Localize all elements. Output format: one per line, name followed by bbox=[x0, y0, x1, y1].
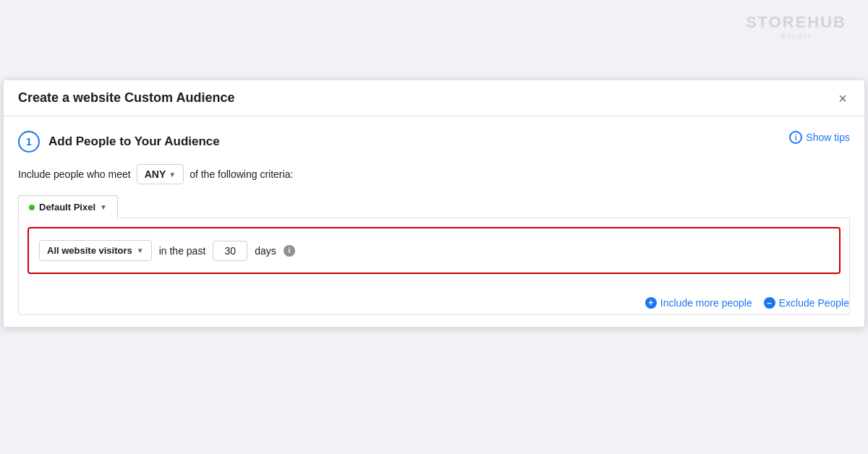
any-label: ANY bbox=[145, 168, 166, 180]
section-title: Add People to Your Audience bbox=[48, 134, 220, 149]
exclude-people-button[interactable]: – Exclude People bbox=[764, 297, 849, 309]
criteria-suffix: of the following criteria: bbox=[190, 168, 293, 180]
pixel-tab-row: Default Pixel ▼ bbox=[18, 194, 850, 218]
pixel-tab[interactable]: Default Pixel ▼ bbox=[18, 195, 118, 218]
days-label: days bbox=[255, 245, 276, 257]
exclude-people-label: Exclude People bbox=[779, 297, 849, 309]
rule-outer: All website visitors ▼ in the past days … bbox=[19, 218, 849, 291]
rule-container: All website visitors ▼ in the past days … bbox=[27, 227, 841, 274]
modal-body: 1 Add People to Your Audience i Show tip… bbox=[4, 116, 864, 327]
visitors-label: All website visitors bbox=[47, 245, 132, 256]
include-more-label: Include more people bbox=[660, 297, 752, 309]
section-title-row: 1 Add People to Your Audience bbox=[18, 131, 220, 153]
criteria-row: Include people who meet ANY ▼ of the fol… bbox=[18, 164, 850, 184]
modal-header: Create a website Custom Audience × bbox=[4, 80, 864, 116]
any-dropdown-arrow: ▼ bbox=[169, 171, 176, 179]
content-area: All website visitors ▼ in the past days … bbox=[18, 218, 850, 315]
days-input[interactable] bbox=[213, 241, 247, 261]
rule-row: All website visitors ▼ in the past days … bbox=[39, 240, 829, 261]
watermark: STOREHUB ตัวอย่าง bbox=[746, 13, 846, 42]
include-plus-icon: + bbox=[645, 297, 657, 309]
exclude-minus-icon: – bbox=[764, 297, 775, 309]
pixel-status-dot bbox=[29, 205, 35, 210]
visitors-arrow: ▼ bbox=[137, 247, 144, 254]
pixel-arrow: ▼ bbox=[100, 203, 107, 211]
in-past-label: in the past bbox=[159, 245, 206, 257]
tips-icon: i bbox=[789, 131, 802, 144]
show-tips-label: Show tips bbox=[806, 132, 850, 143]
modal-title: Create a website Custom Audience bbox=[18, 90, 234, 106]
criteria-prefix: Include people who meet bbox=[18, 168, 131, 180]
show-tips-button[interactable]: i Show tips bbox=[789, 131, 850, 144]
include-more-button[interactable]: + Include more people bbox=[645, 297, 752, 309]
modal-dialog: Create a website Custom Audience × 1 Add… bbox=[3, 80, 865, 327]
action-row: + Include more people – Exclude People bbox=[19, 291, 849, 312]
section-header: 1 Add People to Your Audience i Show tip… bbox=[18, 131, 850, 153]
pixel-label: Default Pixel bbox=[39, 202, 95, 213]
info-icon[interactable]: i bbox=[284, 245, 295, 257]
visitors-dropdown[interactable]: All website visitors ▼ bbox=[39, 240, 152, 261]
step-badge: 1 bbox=[18, 131, 40, 153]
any-dropdown[interactable]: ANY ▼ bbox=[137, 164, 184, 184]
close-button[interactable]: × bbox=[835, 91, 850, 106]
